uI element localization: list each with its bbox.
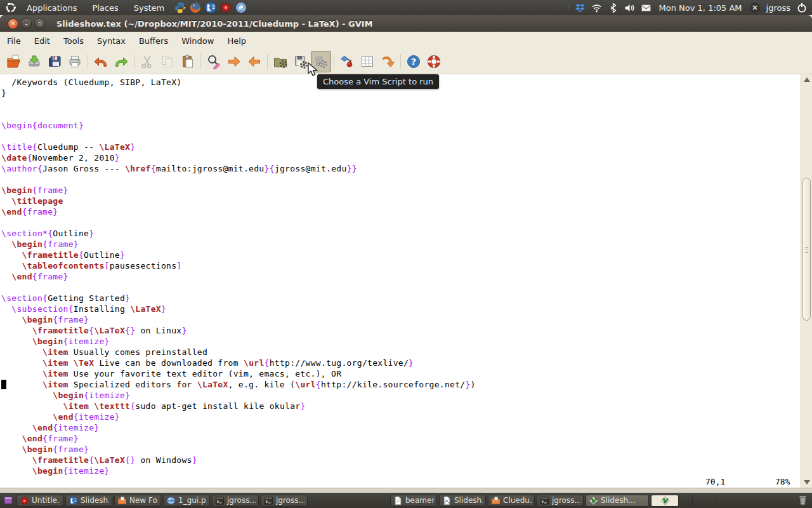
- toolbar-button-help[interactable]: ?: [403, 51, 424, 72]
- taskbar-button-jgross[interactable]: jgross...: [537, 495, 584, 507]
- toolbar-button-print[interactable]: [65, 51, 85, 72]
- taskbar-button-untitle[interactable]: Untitle...: [16, 495, 63, 507]
- volume-icon[interactable]: [624, 1, 636, 14]
- code-line[interactable]: \item Usually comes preinstalled: [1, 347, 801, 358]
- toolbar-button-paste[interactable]: [178, 51, 198, 72]
- chromium-icon[interactable]: [234, 1, 248, 15]
- code-line[interactable]: \begin{frame}: [1, 239, 801, 250]
- code-line[interactable]: \item Specialized editors for \LaTeX, e.…: [1, 379, 801, 390]
- mail-icon[interactable]: [640, 1, 653, 14]
- toolbar-button-find-next[interactable]: [224, 51, 244, 72]
- code-line[interactable]: \frametitle{Outline}: [1, 250, 801, 260]
- code-line[interactable]: \title{Cluedump -- \LaTeX}: [1, 142, 801, 152]
- bluetooth-icon[interactable]: [607, 1, 620, 14]
- taskbar-button-flash[interactable]: [651, 495, 679, 507]
- code-line[interactable]: \date{November 2, 2010}: [1, 152, 801, 163]
- taskbar-button-slidesh[interactable]: Slidesh...: [439, 495, 486, 507]
- code-line[interactable]: \begin{frame}: [1, 185, 801, 196]
- python-icon[interactable]: [173, 1, 187, 15]
- toolbar-button-build-tags[interactable]: [357, 51, 377, 72]
- code-line[interactable]: \end{itemize}: [1, 422, 801, 433]
- code-line[interactable]: [1, 174, 801, 185]
- maximize-button[interactable]: ▫: [34, 18, 45, 29]
- toolbar-button-load-session[interactable]: [270, 51, 291, 72]
- taskbar-button-beamer[interactable]: beamer...: [390, 495, 437, 507]
- toolbar-button-open-file[interactable]: [4, 51, 24, 72]
- code-line[interactable]: [1, 131, 801, 142]
- code-line[interactable]: \begin{frame}: [1, 314, 801, 325]
- taskbar-button-cluedu[interactable]: Cluedu...: [488, 495, 535, 507]
- code-line[interactable]: \end{itemize}: [1, 411, 801, 422]
- code-line[interactable]: \begin{itemize}: [1, 336, 801, 347]
- trash-icon[interactable]: [797, 494, 809, 507]
- taskbar-button-slidesh[interactable]: Slidesh...: [65, 495, 112, 507]
- menu-help[interactable]: Help: [221, 33, 252, 49]
- username[interactable]: jgross: [765, 3, 792, 13]
- code-line[interactable]: \frametitle{\LaTeX{} on Windows}: [1, 455, 801, 465]
- menu-edit[interactable]: Edit: [28, 33, 56, 49]
- code-line[interactable]: \begin{itemize}: [1, 465, 801, 476]
- toolbar-button-find-replace[interactable]: [204, 51, 224, 72]
- power-icon[interactable]: [796, 1, 808, 14]
- toolbar-button-undo[interactable]: [91, 51, 111, 72]
- menu-file[interactable]: File: [1, 33, 27, 49]
- window-selector-icon[interactable]: [0, 495, 16, 505]
- panel-menu-applications[interactable]: Applications: [20, 0, 84, 15]
- toolbar-button-save-all[interactable]: [44, 51, 65, 72]
- code-line[interactable]: }: [1, 88, 801, 98]
- toolbar-button-make[interactable]: [337, 51, 357, 72]
- wifi-icon[interactable]: [591, 1, 603, 14]
- kile-icon[interactable]: [204, 1, 218, 15]
- scrollbar-thumb[interactable]: [802, 178, 811, 321]
- code-line[interactable]: \begin{document}: [1, 120, 801, 131]
- presence-icon[interactable]: [749, 1, 761, 14]
- ubuntu-logo-icon[interactable]: [4, 1, 18, 15]
- code-line[interactable]: [1, 217, 801, 228]
- titlebar[interactable]: ✕ ⌄ ▫ Slideshow.tex (~/Dropbox/MIT/2010-…: [0, 15, 812, 32]
- code-line[interactable]: \begin{frame}: [1, 444, 801, 455]
- taskbar-button-new fo[interactable]: New Fo...: [114, 495, 161, 507]
- toolbar-button-save-file[interactable]: [24, 51, 44, 72]
- panel-menu-system[interactable]: System: [127, 0, 171, 15]
- code-line[interactable]: \begin{itemize}: [1, 390, 801, 401]
- scroll-down-arrow-icon[interactable]: [804, 480, 810, 485]
- code-line[interactable]: \titlepage: [1, 196, 801, 206]
- menu-window[interactable]: Window: [175, 33, 220, 49]
- editor-text-area[interactable]: /Keywords (Cluedump, SIBP, LaTeX)}\begin…: [0, 74, 812, 488]
- taskbar-button-jgross[interactable]: jgross...: [261, 495, 308, 507]
- toolbar-button-find-prev[interactable]: [244, 51, 265, 72]
- code-line[interactable]: \frametitle{\LaTeX{} on Linux}: [1, 325, 801, 336]
- code-line[interactable]: \item \texttt{sudo apt-get install kile …: [1, 401, 801, 411]
- toolbar-button-tag-jump[interactable]: [377, 51, 398, 72]
- toolbar-button-redo[interactable]: [111, 51, 131, 72]
- code-line[interactable]: \author{Jason Gross --- \href{mailto:jgr…: [1, 163, 801, 174]
- applet-handle[interactable]: ⋮: [566, 4, 570, 11]
- code-line[interactable]: \subsection{Installing \LaTeX}: [1, 304, 801, 314]
- menu-tools[interactable]: Tools: [57, 33, 90, 49]
- code-line[interactable]: \item Use your favorite text editor (vim…: [1, 368, 801, 379]
- red-starburst-icon[interactable]: [219, 1, 233, 15]
- minimize-button[interactable]: ⌄: [21, 18, 32, 29]
- taskbar-button-slidesh[interactable]: Slidesh...: [586, 495, 649, 507]
- panel-menu-places[interactable]: Places: [85, 0, 125, 15]
- code-line[interactable]: \end{frame}: [1, 271, 801, 282]
- menu-syntax[interactable]: Syntax: [91, 33, 132, 49]
- code-line[interactable]: \item \TeX Live can be downloaded from \…: [1, 358, 801, 368]
- clock[interactable]: Mon Nov 1, 1:05 AM: [657, 3, 745, 13]
- code-line[interactable]: \end{frame}: [1, 206, 801, 217]
- code-line[interactable]: \section*{Outline}: [1, 228, 801, 239]
- toolbar-button-find-help[interactable]: [424, 51, 444, 72]
- code-line[interactable]: \tableofcontents[pausesections]: [1, 260, 801, 271]
- scrollbar[interactable]: [801, 74, 812, 488]
- close-button[interactable]: ✕: [8, 18, 18, 29]
- scroll-up-arrow-icon[interactable]: [804, 77, 810, 82]
- firefox-icon[interactable]: [188, 1, 202, 15]
- menu-buffers[interactable]: Buffers: [133, 33, 174, 49]
- taskbar-button-jgross[interactable]: jgross...: [212, 495, 259, 507]
- taskbar-button-1_guip[interactable]: 1_gui.p...: [163, 495, 210, 507]
- code-line[interactable]: [1, 98, 801, 109]
- code-line[interactable]: [1, 282, 801, 293]
- code-line[interactable]: \end{frame}: [1, 433, 801, 444]
- code-line[interactable]: \section{Getting Started}: [1, 293, 801, 304]
- code-line[interactable]: [1, 109, 801, 120]
